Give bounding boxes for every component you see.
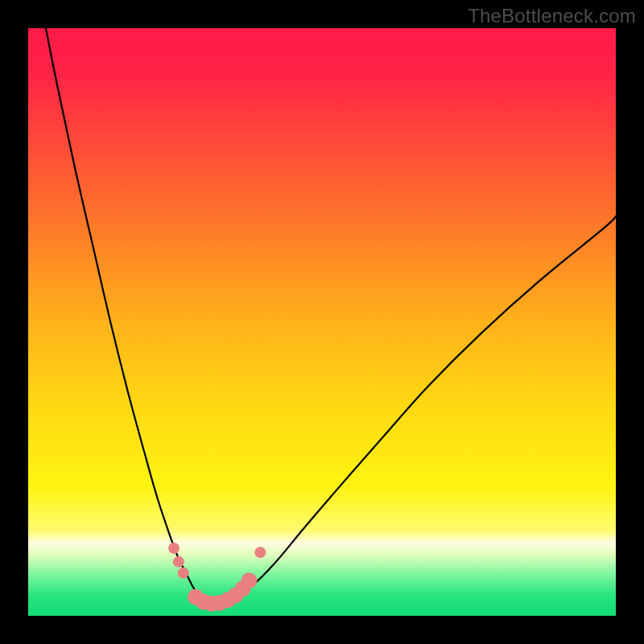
data-marker [178, 568, 189, 579]
data-marker [168, 543, 180, 554]
data-marker [173, 556, 184, 568]
watermark-text: TheBottleneck.com [468, 5, 636, 27]
chart-frame: TheBottleneck.com [0, 0, 644, 644]
bottleneck-curve-right [210, 217, 616, 605]
plot-area [28, 28, 616, 616]
marker-group [168, 543, 266, 612]
data-marker [241, 572, 257, 588]
data-marker [254, 547, 266, 558]
curve-layer [28, 28, 616, 616]
bottleneck-curve-left [46, 28, 210, 604]
